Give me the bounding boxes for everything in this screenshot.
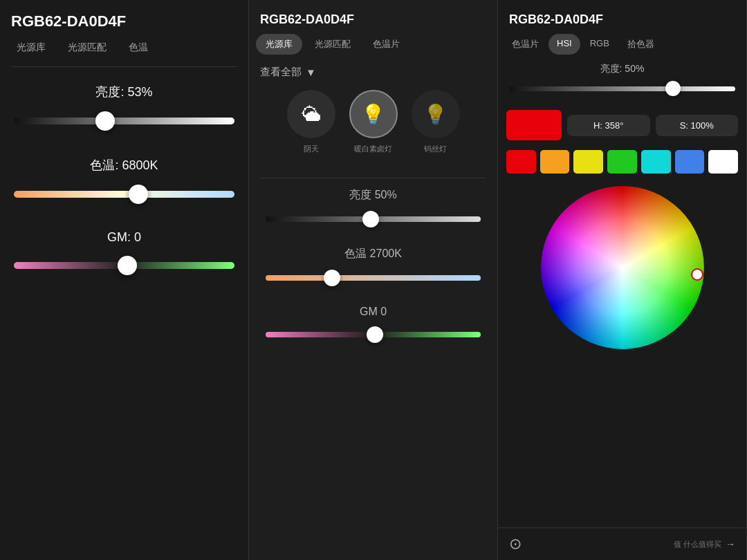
color-wheel-svg [540, 185, 706, 351]
bottom-right: 值 什么值得买 → [674, 539, 735, 550]
center-panel-title: RGB62-DA0D4F [249, 0, 497, 34]
swatch-orange[interactable] [540, 150, 570, 174]
swatch-white[interactable] [708, 150, 738, 174]
center-colortemp-thumb[interactable] [324, 270, 340, 286]
color-wheel-section [498, 178, 746, 357]
center-tab-colortemp[interactable]: 色温片 [363, 34, 409, 55]
center-tab-bar: 光源库 光源匹配 色温片 [249, 34, 497, 60]
left-divider [11, 66, 237, 67]
left-tab-match[interactable]: 光源匹配 [58, 37, 116, 58]
left-gm-label: GM: 0 [14, 230, 234, 245]
icon-grid: 🌥 阴天 💡 暖白素卤灯 💡 钨丝灯 [249, 90, 497, 175]
color-swatches [498, 146, 746, 178]
icon-item-tungsten[interactable]: 💡 钨丝灯 [412, 90, 460, 154]
center-gm-label: GM 0 [266, 306, 481, 318]
center-colortemp-track [266, 275, 481, 281]
left-colortemp-thumb[interactable] [129, 185, 148, 204]
center-colortemp-label: 色温 2700K [266, 247, 481, 261]
right-tab-hsi[interactable]: HSI [548, 34, 580, 55]
left-colortemp-track [14, 191, 234, 198]
icon-item-cloudy[interactable]: 🌥 阴天 [287, 90, 335, 154]
left-brightness-section: 亮度: 53% [0, 70, 248, 143]
left-panel-title: RGB62-DA0D4F [0, 0, 248, 37]
center-brightness-slider[interactable] [266, 211, 481, 227]
swatch-green[interactable] [607, 150, 637, 174]
center-colortemp-section: 色温 2700K [249, 240, 497, 299]
right-brightness-label: 亮度: 50% [509, 63, 735, 75]
tungsten-icon-circle: 💡 [412, 90, 460, 138]
cloudy-icon-circle: 🌥 [287, 90, 335, 138]
center-brightness-thumb[interactable] [362, 211, 379, 227]
left-colortemp-section: 色温: 6800K [0, 143, 248, 216]
left-brightness-thumb[interactable] [95, 111, 115, 131]
watermark-text: 值 什么值得买 [674, 539, 721, 550]
cloudy-label: 阴天 [304, 144, 319, 154]
right-brightness-track [509, 86, 735, 91]
icon-item-halogen[interactable]: 💡 暖白素卤灯 [349, 90, 398, 154]
right-tab-colortemp[interactable]: 色温片 [504, 34, 547, 55]
hsi-row: H: 358° S: 100% [498, 104, 746, 146]
bottom-bar: ⊙ 值 什么值得买 → [498, 528, 746, 560]
right-tab-bar: 色温片 HSI RGB 拾色器 [498, 34, 746, 60]
left-colortemp-label: 色温: 6800K [14, 157, 234, 174]
left-gm-thumb[interactable] [118, 256, 137, 275]
wheel-indicator-circle [692, 269, 703, 280]
swatch-blue[interactable] [675, 150, 705, 174]
left-brightness-track [14, 118, 234, 124]
swatch-cyan[interactable] [641, 150, 671, 174]
left-panel: RGB62-DA0D4F 光源库 光源匹配 色温 亮度: 53% 色温: 680… [0, 0, 249, 560]
color-preview [506, 110, 562, 140]
center-brightness-label: 亮度 50% [266, 188, 481, 203]
center-tab-match[interactable]: 光源匹配 [305, 34, 360, 55]
left-gm-slider[interactable] [14, 256, 234, 275]
swatch-red[interactable] [506, 150, 536, 174]
center-divider-1 [260, 178, 486, 178]
halogen-label: 暖白素卤灯 [354, 144, 392, 154]
left-tab-library[interactable]: 光源库 [7, 37, 55, 58]
right-brightness-section: 亮度: 50% [498, 60, 746, 104]
tungsten-label: 钨丝灯 [424, 144, 447, 154]
center-brightness-section: 亮度 50% [249, 181, 497, 240]
right-tab-rgb[interactable]: RGB [582, 34, 618, 55]
right-brightness-slider[interactable] [509, 81, 735, 96]
bottom-circles-icon[interactable]: ⊙ [509, 535, 522, 553]
left-tab-colortemp[interactable]: 色温 [119, 37, 158, 58]
center-colortemp-slider[interactable] [266, 270, 481, 286]
left-tab-bar: 光源库 光源匹配 色温 [0, 37, 248, 64]
right-panel: RGB62-DA0D4F 色温片 HSI RGB 拾色器 亮度: 50% H: … [498, 0, 747, 560]
center-panel: RGB62-DA0D4F 光源库 光源匹配 色温片 查看全部 ▼ 🌥 阴天 💡 … [249, 0, 498, 560]
center-gm-section: GM 0 [249, 299, 497, 355]
view-all-button[interactable]: 查看全部 ▼ [249, 60, 497, 90]
center-gm-slider[interactable] [266, 326, 481, 343]
left-colortemp-slider[interactable] [14, 185, 234, 204]
left-brightness-slider[interactable] [14, 111, 234, 131]
saturation-value[interactable]: S: 100% [656, 115, 739, 136]
right-tab-picker[interactable]: 拾色器 [619, 34, 663, 55]
swatch-yellow[interactable] [573, 150, 603, 174]
view-all-label: 查看全部 [260, 66, 302, 79]
right-panel-title: RGB62-DA0D4F [498, 0, 746, 34]
color-wheel-container[interactable] [540, 185, 706, 351]
right-brightness-thumb[interactable] [665, 81, 681, 96]
left-gm-section: GM: 0 [0, 216, 248, 288]
left-brightness-label: 亮度: 53% [14, 84, 234, 100]
halogen-icon-circle: 💡 [349, 90, 398, 138]
hue-value[interactable]: H: 358° [567, 115, 650, 136]
dropdown-icon: ▼ [306, 66, 316, 78]
center-gm-thumb[interactable] [367, 326, 383, 343]
center-tab-library[interactable]: 光源库 [256, 34, 302, 55]
arrow-icon[interactable]: → [726, 539, 735, 550]
